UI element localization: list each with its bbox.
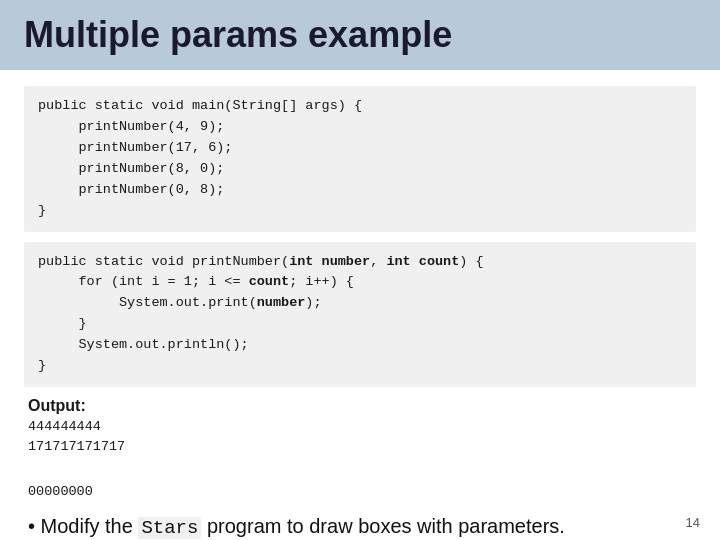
output-section: Output: 444444444 171717171717 00000000 — [24, 397, 696, 502]
print-sig-start: public static void printNumber( — [38, 254, 289, 269]
println-line: System.out.println(); — [38, 337, 249, 352]
for-loop-pre: for (int i = 1; i <= — [38, 274, 249, 289]
slide-title: Multiple params example — [24, 14, 696, 56]
sysout-bold: number — [257, 295, 306, 310]
print-sig-bold1: int number — [289, 254, 370, 269]
output-line4: 00000000 — [28, 482, 692, 502]
for-loop-bold: count — [249, 274, 290, 289]
output-line4-text: 00000000 — [28, 484, 93, 499]
print-sig-bold2: int count — [386, 254, 459, 269]
bullet-inline-code: Stars — [138, 517, 201, 539]
output-line2-text: 171717171717 — [28, 439, 125, 454]
main-method-code: public static void main(String[] args) {… — [24, 86, 696, 232]
print-sig-comma: , — [370, 254, 386, 269]
bullet-prefix: • Modify the — [28, 515, 138, 537]
print-method-code: public static void printNumber(int numbe… — [24, 242, 696, 388]
sysout-end: ); — [305, 295, 321, 310]
slide-content: public static void main(String[] args) {… — [0, 70, 720, 540]
sysout-pre: System.out.print( — [38, 295, 257, 310]
close-brace: } — [38, 316, 87, 331]
output-line1: 444444444 — [28, 417, 692, 437]
output-line1-text: 444444444 — [28, 419, 101, 434]
output-line3 — [28, 462, 692, 482]
page-number: 14 — [686, 515, 700, 530]
bullet-suffix: program to draw boxes with parameters. — [201, 515, 565, 537]
slide-header: Multiple params example — [0, 0, 720, 70]
slide: Multiple params example public static vo… — [0, 0, 720, 540]
bullet-section: • Modify the Stars program to draw boxes… — [24, 512, 696, 540]
main-code-text: public static void main(String[] args) {… — [38, 98, 362, 218]
for-loop-end: ; i++) { — [289, 274, 354, 289]
output-label: Output: — [28, 397, 692, 415]
method-close: } — [38, 358, 46, 373]
output-line2: 171717171717 — [28, 437, 692, 457]
print-sig-end: ) { — [459, 254, 483, 269]
